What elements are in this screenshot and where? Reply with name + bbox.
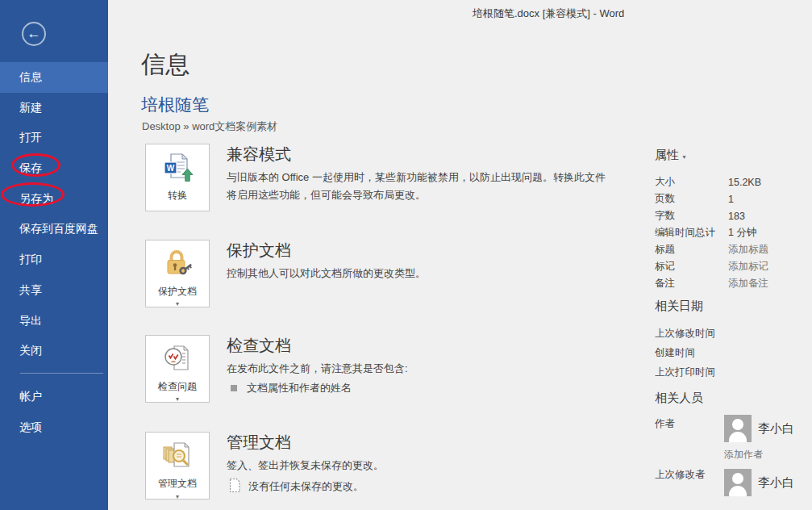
sidebar-item-export[interactable]: 导出 bbox=[0, 306, 108, 337]
protect-document-button[interactable]: 保护文档 ▾ bbox=[145, 240, 210, 307]
inspect-document-description: 在发布此文件之前，请注意其是否包含: bbox=[227, 360, 614, 378]
sidebar-item-new[interactable]: 新建 bbox=[0, 93, 108, 123]
property-value-pages: 1 bbox=[728, 194, 734, 205]
dropdown-caret-icon: ▾ bbox=[176, 395, 179, 403]
date-row-last-printed: 上次打印时间 bbox=[655, 362, 812, 382]
protect-document-button-label: 保护文档 bbox=[158, 286, 197, 298]
add-comments-link[interactable]: 添加备注 bbox=[728, 277, 768, 291]
last-modified-by-name: 李小白 bbox=[758, 475, 794, 491]
unsaved-changes-text: 没有任何未保存的更改。 bbox=[248, 479, 364, 494]
document-name: 培根随笔 bbox=[141, 94, 209, 116]
author-avatar[interactable] bbox=[724, 415, 752, 442]
lock-and-key-icon bbox=[161, 248, 194, 283]
manage-document-button[interactable]: 管理文档 ▾ bbox=[145, 432, 210, 500]
property-row-comments: 备注 添加备注 bbox=[655, 275, 812, 292]
date-row-last-modified: 上次修改时间 bbox=[655, 324, 812, 343]
property-row-size: 大小 15.2KB bbox=[655, 173, 812, 190]
property-row-edit-time: 编辑时间总计 1 分钟 bbox=[655, 224, 812, 241]
inspect-document-icon bbox=[161, 343, 194, 378]
sidebar-nav: 信息 新建 打开 保存 另存为 保存到百度网盘 打印 共享 导出 关闭 帐户 选… bbox=[0, 62, 108, 442]
related-dates-panel: 相关日期 上次修改时间 创建时间 上次打印时间 bbox=[655, 299, 812, 382]
convert-button-label: 转换 bbox=[168, 190, 187, 202]
last-modified-by-label: 上次修改者 bbox=[655, 468, 706, 482]
properties-heading[interactable]: 属性 ▾ bbox=[655, 148, 812, 163]
backstage-sidebar: ← 信息 新建 打开 保存 另存为 保存到百度网盘 打印 共享 导出 关闭 帐户… bbox=[0, 0, 108, 510]
convert-button[interactable]: W 转换 bbox=[145, 144, 210, 211]
back-button[interactable]: ← bbox=[22, 22, 46, 46]
dropdown-caret-icon: ▾ bbox=[682, 153, 685, 161]
property-value-edit-time: 1 分钟 bbox=[728, 226, 756, 240]
manage-document-button-label: 管理文档 ▾ bbox=[158, 478, 197, 503]
add-title-link[interactable]: 添加标题 bbox=[728, 243, 768, 257]
sidebar-item-print[interactable]: 打印 bbox=[0, 245, 108, 275]
related-dates-heading: 相关日期 bbox=[655, 299, 812, 314]
convert-document-icon: W bbox=[161, 152, 194, 187]
sidebar-item-save-as[interactable]: 另存为 bbox=[0, 184, 108, 215]
protect-document-heading: 保护文档 bbox=[227, 240, 614, 261]
window-title: 培根随笔.docx [兼容模式] - Word bbox=[473, 6, 624, 21]
related-people-panel: 相关人员 作者 李小白 添加作者 上次修改者 李小白 bbox=[655, 391, 812, 510]
property-value-words: 183 bbox=[728, 211, 745, 222]
property-row-pages: 页数 1 bbox=[655, 190, 812, 207]
compatibility-mode-description: 与旧版本的 Office 一起使用时，某些新功能被禁用，以防止出现问题。转换此文… bbox=[227, 169, 614, 204]
dropdown-caret-icon: ▾ bbox=[176, 493, 179, 500]
related-people-heading: 相关人员 bbox=[655, 391, 812, 406]
sidebar-item-options[interactable]: 选项 bbox=[0, 412, 108, 443]
protect-document-description: 控制其他人可以对此文档所做的更改类型。 bbox=[227, 265, 614, 282]
inspect-document-heading: 检查文档 bbox=[227, 335, 614, 356]
last-modified-by-avatar[interactable] bbox=[724, 469, 752, 496]
properties-panel: 属性 ▾ 大小 15.2KB 页数 1 字数 183 编辑时间总计 1 分钟 标… bbox=[655, 148, 812, 292]
author-name: 李小白 bbox=[758, 421, 794, 437]
sidebar-divider bbox=[20, 373, 103, 374]
manage-document-icon bbox=[161, 440, 194, 475]
unsaved-changes-note: 没有任何未保存的更改。 bbox=[227, 478, 614, 495]
sidebar-item-account[interactable]: 帐户 bbox=[0, 382, 108, 412]
back-arrow-icon: ← bbox=[27, 26, 41, 41]
check-for-issues-button[interactable]: 检查问题 ▾ bbox=[145, 335, 210, 403]
dropdown-caret-icon: ▾ bbox=[176, 300, 179, 307]
svg-text:W: W bbox=[167, 164, 175, 173]
property-row-words: 字数 183 bbox=[655, 207, 812, 224]
inspect-bullet-text: 文档属性和作者的姓名 bbox=[247, 381, 352, 395]
property-row-tags: 标记 添加标记 bbox=[655, 258, 812, 275]
unsaved-draft-document-icon bbox=[227, 478, 248, 495]
sidebar-item-open[interactable]: 打开 bbox=[0, 123, 108, 153]
document-path: Desktop » word文档案例素材 bbox=[142, 119, 277, 134]
manage-document-heading: 管理文档 bbox=[227, 432, 614, 453]
add-tags-link[interactable]: 添加标记 bbox=[728, 260, 768, 274]
word-backstage-window: 培根随笔.docx [兼容模式] - Word ← 信息 新建 打开 保存 另存… bbox=[0, 0, 812, 510]
compatibility-mode-heading: 兼容模式 bbox=[227, 144, 614, 165]
page-title: 信息 bbox=[141, 48, 189, 82]
author-label: 作者 bbox=[655, 417, 675, 431]
date-row-created: 创建时间 bbox=[655, 343, 812, 362]
sidebar-item-info[interactable]: 信息 bbox=[0, 62, 108, 93]
manage-document-description: 签入、签出并恢复未保存的更改。 bbox=[227, 457, 614, 474]
sidebar-item-close[interactable]: 关闭 bbox=[0, 336, 108, 366]
property-row-title: 标题 添加标题 bbox=[655, 241, 812, 258]
sidebar-item-save-to-baidu-pan[interactable]: 保存到百度网盘 bbox=[0, 214, 108, 245]
inspect-bullet-item: 文档属性和作者的姓名 bbox=[227, 381, 614, 395]
sidebar-item-share[interactable]: 共享 bbox=[0, 275, 108, 306]
property-value-size: 15.2KB bbox=[728, 177, 761, 188]
check-for-issues-button-label: 检查问题 bbox=[158, 381, 197, 393]
add-author-link[interactable]: 添加作者 bbox=[724, 448, 763, 462]
sidebar-item-save[interactable]: 保存 bbox=[0, 153, 108, 184]
bullet-square-icon bbox=[231, 385, 237, 391]
